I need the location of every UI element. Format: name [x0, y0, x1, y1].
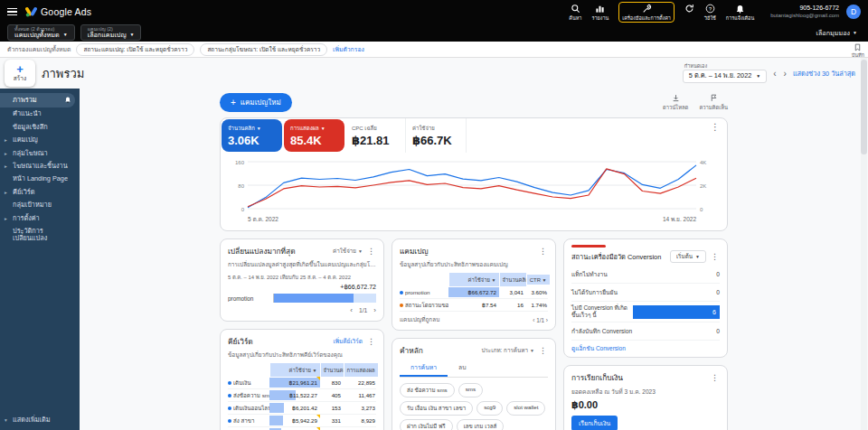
billing-button[interactable]: เรียกเก็บเงิน: [571, 416, 618, 430]
tools-button[interactable]: เครื่องมือและการตั้งค่า: [618, 2, 675, 23]
sidebar-item-9[interactable]: ▸การตั้งค่า: [0, 212, 80, 225]
chevron-down-icon: ▼: [853, 30, 857, 35]
keyword-chip[interactable]: scg9: [476, 401, 503, 416]
card-menu-icon[interactable]: ⋮: [710, 252, 720, 261]
keyword-row[interactable]: ส่ง สาขา฿5,942.293318,929: [228, 415, 376, 427]
sidebar-item-10[interactable]: ประวัติการเปลี่ยนแปลง: [0, 225, 80, 246]
column-header[interactable]: ค่าใช้จ่าย ▼: [449, 273, 499, 286]
keyword-chip[interactable]: ฝาก เงินไม่มี ฟรี: [400, 419, 453, 430]
balance-amount: ฿0.00: [571, 399, 720, 411]
keyword-chip[interactable]: slot wallet: [506, 401, 545, 416]
date-prev-button[interactable]: ‹: [772, 69, 777, 79]
chevron-down-icon: ▼: [313, 368, 317, 373]
svg-text:0: 0: [241, 207, 245, 212]
card-menu-icon[interactable]: ⋮: [538, 247, 548, 256]
keyword-row[interactable]: เติมเงิน฿21,961.2183022,895: [228, 377, 376, 389]
new-campaign-button[interactable]: + แคมเปญใหม่: [220, 93, 292, 112]
scorecard-3[interactable]: ค่าใช้จ่าย฿66.7K: [406, 118, 467, 153]
reports-button[interactable]: รายงาน: [591, 4, 609, 22]
view-conversion-actions-link[interactable]: ดูแอ็กชัน Conversion: [571, 344, 720, 353]
keywords-table: เติมเงิน฿21,961.2183022,895ส่งข้อความ sm…: [228, 377, 376, 430]
sidebar-item-2[interactable]: ข้อมูลเชิงลึก: [0, 121, 80, 134]
page-prev-icon[interactable]: ‹: [533, 317, 534, 323]
chevron-right-icon: ▸: [5, 137, 10, 143]
refresh-button[interactable]: [684, 4, 694, 15]
removed-campaigns-link[interactable]: แคมเปญที่ถูกลบ: [400, 315, 439, 324]
vertical-scrollbar[interactable]: [861, 58, 867, 430]
help-button[interactable]: ?วิธีใช้: [704, 4, 716, 22]
sidebar-item-8[interactable]: กลุ่มเป้าหมาย: [0, 199, 80, 211]
date-range-picker[interactable]: 5 ต.ค. – 14 พ.ย. 2022▼: [683, 70, 767, 83]
keyword-chip[interactable]: sms: [458, 383, 483, 397]
performance-chart: 1604K802K005 ต.ค. 202214 พ.ย. 2022: [221, 153, 727, 230]
range-dropdown[interactable]: เริ่มต้น▼: [670, 250, 706, 263]
page-prev-icon[interactable]: ‹: [350, 306, 353, 314]
change-row[interactable]: promotion: [228, 294, 376, 303]
scrollbar-thumb[interactable]: [861, 60, 867, 154]
main-menu-icon[interactable]: [7, 6, 18, 17]
campaign-row[interactable]: สถานะโดยรวมของแคมเปญ฿7.54161.74%: [400, 299, 548, 312]
scorecard-2[interactable]: CPC เฉลี่ย฿21.81: [345, 118, 406, 153]
line-chart[interactable]: 1604K802K005 ต.ค. 202214 พ.ย. 2022: [228, 154, 722, 227]
show-last-30-days-link[interactable]: แสดงช่วง 30 วันล่าสุด: [793, 69, 855, 79]
tab-negative[interactable]: ลบ: [448, 360, 476, 377]
adgroup-status-filter-chip[interactable]: สถานะกลุ่มโฆษณา: เปิดใช้ และหยุดชั่วคราว: [200, 43, 327, 56]
account-email: butantagishloog@gmail.com: [770, 13, 839, 19]
card-menu-icon[interactable]: ⋮: [703, 118, 727, 153]
tab-search[interactable]: การค้นหา: [400, 360, 448, 377]
scorecard-0[interactable]: จำนวนคลิก ▼3.06K: [222, 119, 282, 152]
feedback-button[interactable]: ความคิดเห็น: [699, 94, 728, 112]
keyword-row[interactable]: ส่งข้อความ sms฿11,522.2740511,467: [228, 389, 376, 402]
sidebar-item-0[interactable]: ภาพรวม: [0, 93, 75, 108]
keyword-chip[interactable]: เลข เกม เวลส์: [457, 419, 505, 430]
sidebar-item-3[interactable]: ▸แคมเปญ: [0, 134, 80, 146]
sidebar-item-5[interactable]: ▸โฆษณาและชิ้นงาน: [0, 160, 80, 173]
chevron-down-icon: ▼: [321, 126, 326, 131]
column-header[interactable]: ค่าใช้จ่าย ▼: [270, 363, 320, 377]
refresh-icon: [684, 4, 694, 15]
page-next-icon[interactable]: ›: [546, 317, 548, 323]
card-subtitle: ข้อมูลสรุปเกี่ยวกับประสิทธิภาพของแคมเปญ: [400, 260, 548, 269]
keyword-chip[interactable]: รับ เงื่อน เงิน สาขา เลขา: [400, 401, 473, 416]
chevron-down-icon: ▼: [492, 277, 496, 283]
create-button[interactable]: + สร้าง: [5, 60, 35, 87]
view-selector[interactable]: เลือกมุมมอง▼: [816, 28, 857, 38]
topbar-icons: ค้นหารายงานเครื่องมือและการตั้งค่า?วิธีใ…: [569, 4, 754, 23]
search-button[interactable]: ค้นหา: [569, 4, 581, 22]
campaign-selector-dropdown[interactable]: แคมเปญ (2) เลือกแคมเปญ▼: [80, 24, 142, 41]
sidebar-item-4[interactable]: ▸กลุ่มโฆษณา: [0, 147, 80, 160]
date-next-button[interactable]: ›: [783, 69, 788, 79]
notifications-button[interactable]: การแจ้งเตือน: [726, 4, 754, 22]
save-button[interactable]: บันทึก: [852, 43, 864, 59]
type-dropdown[interactable]: ประเภท: การค้นหา▼: [481, 346, 534, 355]
sort-dropdown[interactable]: ค่าใช้จ่าย▼: [333, 247, 363, 256]
sidebar-item-1[interactable]: คำแนะนำ: [0, 108, 80, 120]
scorecard-1[interactable]: การแสดงผล ▼85.4K: [284, 119, 344, 152]
page-next-icon[interactable]: ›: [373, 306, 376, 314]
delta-value: +฿66,672.72: [228, 284, 376, 291]
keyword-row[interactable]: เติมเงินออนไลน์฿6,201.421533,273: [228, 402, 376, 415]
sidebar-show-more[interactable]: ▾แสดงเพิ่มเติม: [0, 414, 80, 426]
add-filter-button[interactable]: เพิ่มตัวกรอง: [333, 44, 364, 54]
account-filter-dropdown[interactable]: ทั้งหมด (2 ตัวกรอง) แคมเปญทั้งหมด▼: [7, 24, 75, 41]
card-menu-icon[interactable]: ⋮: [710, 373, 720, 382]
sidebar-item-6[interactable]: หน้า Landing Page: [0, 173, 80, 185]
search-terms-card: คำหลัก ประเภท: การค้นหา▼ ⋮ การค้นหา ลบ ส…: [392, 338, 556, 430]
sidebar-item-7[interactable]: ▸คีย์เวิร์ด: [0, 186, 80, 199]
campaign-row[interactable]: promotion฿66,672.723,0413.60%: [400, 286, 548, 299]
card-menu-icon[interactable]: ⋮: [366, 247, 376, 256]
column-header[interactable]: การแสดงผล: [344, 363, 378, 377]
chevron-down-icon: ▼: [530, 348, 534, 353]
column-header[interactable]: CTR ▼: [527, 275, 550, 285]
table-header: ค่าใช้จ่าย ▼ จำนวนคลิก การแสดงผล: [228, 363, 376, 377]
campaign-status-filter-chip[interactable]: สถานะแคมเปญ: เปิดใช้ และหยุดชั่วคราว: [76, 43, 194, 56]
keyword-chip[interactable]: ส่ง ข้อความ sms: [400, 383, 455, 397]
download-button[interactable]: ดาวน์โหลด: [663, 94, 689, 112]
column-header[interactable]: จำนวนคลิก ▼: [500, 273, 526, 286]
chevron-right-icon: ▸: [5, 164, 10, 169]
card-menu-icon[interactable]: ⋮: [366, 337, 376, 346]
card-menu-icon[interactable]: ⋮: [538, 346, 548, 355]
avatar[interactable]: D: [846, 5, 861, 19]
add-keywords-link[interactable]: เพิ่มคีย์เวิร์ด: [333, 337, 363, 346]
column-header[interactable]: จำนวนคลิก: [321, 363, 344, 377]
